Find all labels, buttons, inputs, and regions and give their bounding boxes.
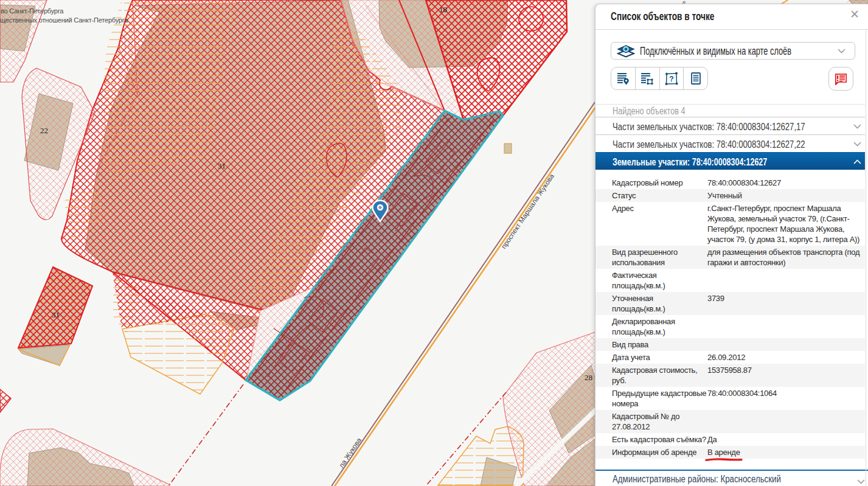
svg-text:31: 31 xyxy=(218,161,226,170)
svg-text:28: 28 xyxy=(585,373,592,382)
svg-text:18: 18 xyxy=(439,5,447,14)
svg-text:во Санкт-Петербурга: во Санкт-Петербурга xyxy=(1,7,64,15)
svg-text:22: 22 xyxy=(40,126,48,135)
svg-text:щественных отношений Санкт-Пет: щественных отношений Санкт-Петербурга xyxy=(0,16,128,24)
svg-text:31: 31 xyxy=(52,310,60,319)
svg-text:?: ? xyxy=(669,74,673,83)
